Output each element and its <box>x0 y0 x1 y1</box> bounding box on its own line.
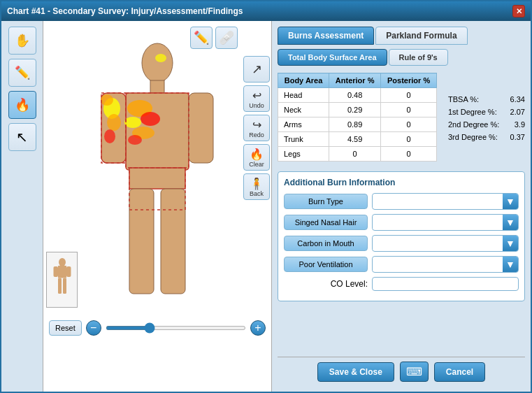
svg-rect-7 <box>161 189 185 294</box>
svg-point-17 <box>155 54 166 62</box>
fire-tool-btn[interactable]: 🔥 <box>8 91 36 119</box>
clear-btn[interactable]: 🔥 Clear <box>243 144 270 171</box>
chevron-down-icon-4: ▼ <box>505 259 515 270</box>
burn-table: Body Area Anterior % Posterior % Head 0.… <box>278 73 437 162</box>
singed-nasal-row: Singed Nasal Hair ▼ <box>284 214 519 231</box>
thumbnail-box <box>46 252 78 308</box>
burn-type-dropdown[interactable]: ▼ <box>372 193 519 210</box>
main-content: ✋ ✏️ 🔥 ↖ ✏️ 🩹 <box>1 21 531 392</box>
posterior-cell: 0 <box>381 147 437 162</box>
poor-ventilation-dropdown[interactable]: ▼ <box>372 256 519 273</box>
table-row: Neck 0.29 0 <box>278 103 437 117</box>
anterior-cell: 4.59 <box>329 132 381 147</box>
tbsa-stats-area: TBSA %: 6.34 1st Degree %: 2.07 2nd Degr… <box>448 73 525 164</box>
body-figure-container[interactable]: ✏️ 🩹 <box>43 21 271 315</box>
singed-nasal-dropdown[interactable]: ▼ <box>372 214 519 231</box>
cancel-button[interactable]: Cancel <box>434 362 485 382</box>
back-btn[interactable]: 🧍 Back <box>243 173 270 200</box>
burn-type-arrow[interactable]: ▼ <box>503 194 518 209</box>
poor-ventilation-arrow[interactable]: ▼ <box>503 257 518 272</box>
body-area-cell: Arms <box>278 117 329 132</box>
clear-icon: 🔥 <box>250 148 264 161</box>
back-label: Back <box>250 190 264 197</box>
body-diagram-svg[interactable] <box>87 38 227 318</box>
anterior-cell: 0.89 <box>329 117 381 132</box>
tab-row: Burns Assessment Parkland Formula <box>278 27 525 45</box>
body-area-cell: Neck <box>278 103 329 117</box>
clear-label: Clear <box>249 161 264 168</box>
thumbnail-svg <box>52 255 73 304</box>
singed-nasal-arrow[interactable]: ▼ <box>503 215 518 230</box>
reset-button[interactable]: Reset <box>49 320 82 336</box>
share-btn[interactable]: ↗ <box>243 56 270 83</box>
burns-assessment-tab[interactable]: Burns Assessment <box>278 27 374 45</box>
title-bar: Chart #41 - Secondary Survey: Injury/Ass… <box>1 1 531 21</box>
eraser-tool-btn[interactable]: 🩹 <box>215 27 238 49</box>
keyboard-button[interactable]: ⌨ <box>400 362 429 382</box>
svg-rect-1 <box>150 80 164 93</box>
pencil-icon: ✏️ <box>15 65 30 80</box>
share-icon: ↗ <box>252 62 262 77</box>
hand-tool-btn[interactable]: ✋ <box>8 27 36 55</box>
zoom-slider[interactable] <box>106 326 246 330</box>
poor-ventilation-input[interactable] <box>373 258 503 271</box>
svg-point-0 <box>142 43 173 83</box>
svg-point-14 <box>107 114 121 131</box>
co-level-input[interactable] <box>372 277 519 291</box>
tbsa-table-area: Body Area Anterior % Posterior % Head 0.… <box>278 73 437 164</box>
first-degree-stat: 1st Degree %: 2.07 <box>448 108 525 116</box>
svg-rect-6 <box>129 189 154 294</box>
redo-btn[interactable]: ↪ Redo <box>243 115 270 141</box>
svg-rect-5 <box>189 93 213 163</box>
burn-type-label[interactable]: Burn Type <box>284 194 368 209</box>
redo-icon: ↪ <box>252 118 261 131</box>
main-window: Chart #41 - Secondary Survey: Injury/Ass… <box>0 0 532 393</box>
carbon-mouth-input[interactable] <box>373 237 503 250</box>
table-row: Legs 0 0 <box>278 147 437 162</box>
save-close-button[interactable]: Save & Close <box>317 362 394 382</box>
undo-icon: ↩ <box>252 89 261 102</box>
plus-icon: + <box>254 322 261 334</box>
right-panel: Burns Assessment Parkland Formula Total … <box>272 21 531 392</box>
second-degree-stat: 2nd Degree %: 3.9 <box>448 120 525 129</box>
poor-ventilation-row: Poor Ventilation ▼ <box>284 256 519 273</box>
svg-rect-26 <box>63 278 66 294</box>
additional-title: Additional Burn Information <box>284 178 519 187</box>
body-panel: ✏️ 🩹 <box>43 21 272 392</box>
carbon-mouth-label[interactable]: Carbon in Mouth <box>284 236 368 251</box>
svg-point-15 <box>104 129 115 143</box>
svg-point-12 <box>128 135 142 145</box>
second-degree-value: 3.9 <box>515 120 525 129</box>
pointer-tool-btn[interactable]: ↖ <box>8 123 36 151</box>
draw-tool-btn[interactable]: ✏️ <box>190 27 213 49</box>
col-body-area: Body Area <box>278 73 329 88</box>
carbon-mouth-dropdown[interactable]: ▼ <box>372 235 519 252</box>
zoom-plus-btn[interactable]: + <box>250 320 266 336</box>
sub-tab-row: Total Body Surface Area Rule of 9's <box>278 49 525 66</box>
posterior-cell: 0 <box>381 103 437 117</box>
body-area-cell: Legs <box>278 147 329 162</box>
additional-section: Additional Burn Information Burn Type ▼ … <box>278 171 525 301</box>
posterior-cell: 0 <box>381 117 437 132</box>
third-degree-stat: 3rd Degree %: 0.37 <box>448 133 525 141</box>
poor-ventilation-label[interactable]: Poor Ventilation <box>284 257 368 272</box>
undo-label: Undo <box>249 102 264 109</box>
singed-nasal-input[interactable] <box>373 216 503 229</box>
singed-nasal-label[interactable]: Singed Nasal Hair <box>284 215 368 230</box>
total-body-surface-tab[interactable]: Total Body Surface Area <box>278 49 387 66</box>
posterior-cell: 0 <box>381 88 437 103</box>
close-button[interactable]: ✕ <box>512 5 525 17</box>
undo-btn[interactable]: ↩ Undo <box>243 85 270 112</box>
carbon-mouth-arrow[interactable]: ▼ <box>503 236 518 251</box>
rule-of-nines-tab[interactable]: Rule of 9's <box>389 49 448 66</box>
svg-point-16 <box>101 94 113 106</box>
burn-type-input[interactable] <box>373 195 503 208</box>
zoom-minus-btn[interactable]: − <box>86 320 101 336</box>
parkland-formula-tab[interactable]: Parkland Formula <box>375 27 467 45</box>
carbon-mouth-row: Carbon in Mouth ▼ <box>284 235 519 252</box>
chevron-down-icon-2: ▼ <box>505 217 515 228</box>
hand-icon: ✋ <box>15 33 30 48</box>
co-level-row: CO Level: <box>284 277 519 291</box>
svg-point-9 <box>141 112 160 126</box>
pencil-tool-btn[interactable]: ✏️ <box>8 59 36 87</box>
